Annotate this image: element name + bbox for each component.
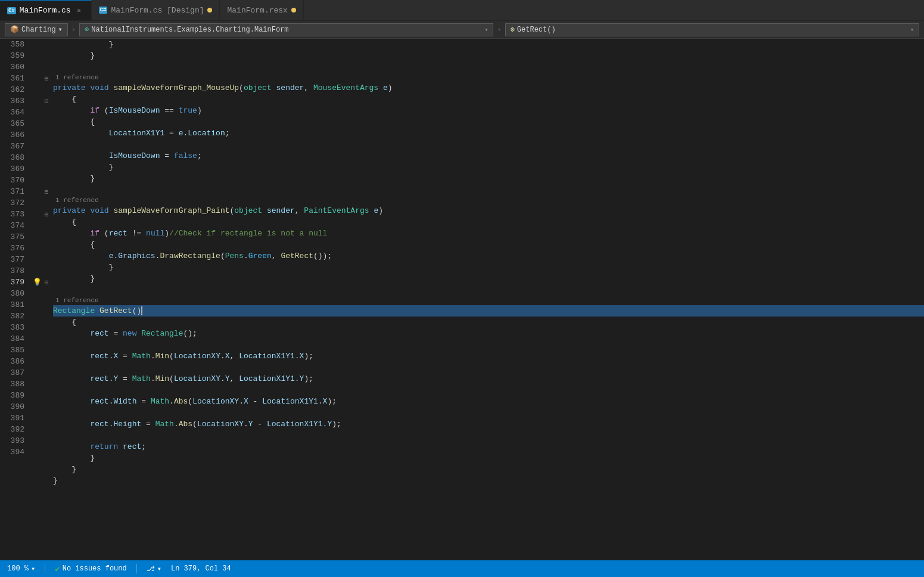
method-icon: ⚙ [511, 25, 515, 34]
fold-button[interactable]: ⊟ [42, 277, 51, 288]
fold-button[interactable]: ⊟ [42, 209, 51, 220]
line-number: 392 [0, 424, 28, 435]
indicator-dot [33, 175, 41, 186]
code-text: } [53, 173, 95, 184]
cursor-pos: Ln 379, Col 34 [171, 564, 231, 573]
indicator-dot [33, 435, 41, 446]
line-number: 368 [0, 152, 28, 163]
code-text: rect.X = Math.Min(LocationXY.X, Location… [53, 350, 313, 362]
code-text: rect.Width = Math.Abs(LocationXY.X - Loc… [53, 396, 337, 407]
indicator-dot [33, 311, 41, 322]
project-selector[interactable]: 📦 Charting ▾ [5, 23, 68, 36]
line-number: 391 [0, 412, 28, 424]
fold-button [42, 333, 51, 345]
line-number: 387 [0, 367, 28, 379]
line-number: 379 [0, 277, 28, 288]
line-number: 377 [0, 254, 28, 265]
line-number: 394 [0, 446, 28, 458]
line-number: 381 [0, 299, 28, 311]
zoom-label: 100 % [7, 564, 29, 573]
collapse-icon[interactable]: ⊟ [45, 97, 49, 105]
tab-bar: C# MainForm.cs ✕ C# MainForm.cs [Design]… [0, 0, 924, 21]
issues-indicator[interactable]: ✔ No issues found [55, 564, 126, 574]
nav-sep2: › [496, 26, 502, 34]
project-name: Charting [21, 26, 56, 34]
collapse-icon[interactable]: ⊟ [45, 188, 49, 196]
code-text: IsMouseDown = false; [53, 150, 202, 162]
code-line: rect.Height = Math.Abs(LocationXY.Y - Lo… [53, 418, 924, 430]
fold-button [42, 288, 51, 299]
tab-mainform-design[interactable]: C# MainForm.cs [Design] [92, 0, 220, 20]
zoom-control[interactable]: 100 % ▾ [7, 564, 35, 573]
indicator-dot: 💡 [33, 277, 41, 288]
line-number: 358 [0, 39, 28, 50]
fold-button [42, 163, 51, 175]
method-chevron: ▾ [910, 26, 914, 33]
reference-hint: 1 reference [53, 296, 924, 305]
fold-button [42, 401, 51, 412]
line-number: 380 [0, 288, 28, 299]
line-number: 390 [0, 401, 28, 412]
code-line [53, 61, 924, 73]
status-divider-1 [45, 564, 45, 573]
modified-dot [207, 8, 212, 13]
tab-label: MainForm.cs [20, 6, 71, 15]
collapse-icon[interactable]: ⊟ [45, 278, 49, 286]
indicator-dot [33, 163, 41, 175]
code-text: { [53, 94, 76, 105]
fold-button[interactable]: ⊟ [42, 73, 51, 84]
line-number: 359 [0, 50, 28, 61]
code-line: rect.Width = Math.Abs(LocationXY.X - Loc… [53, 396, 924, 407]
code-content[interactable]: } }1 referenceprivate void sampleWavefor… [51, 39, 924, 560]
indicator-dot [33, 231, 41, 243]
fold-column[interactable]: ⊟⊟⊟⊟⊟ [42, 39, 51, 560]
indicator-dot [33, 186, 41, 197]
zoom-chevron: ▾ [31, 564, 35, 573]
line-number: 369 [0, 163, 28, 175]
class-selector[interactable]: ⊙ NationalInstruments.Examples.Charting.… [79, 23, 493, 36]
code-line: { [53, 116, 924, 128]
method-name: GetRect() [517, 26, 556, 34]
method-selector[interactable]: ⚙ GetRect() ▾ [505, 23, 919, 36]
fold-button [42, 50, 51, 61]
branch-indicator[interactable]: ⎇ ▾ [147, 564, 161, 573]
collapse-icon[interactable]: ⊟ [45, 210, 49, 218]
code-editor[interactable]: 3583593603613623633643653663673683693703… [0, 39, 924, 560]
tab-close-button[interactable]: ✕ [74, 6, 84, 15]
code-line: LocationX1Y1 = e.Location; [53, 128, 924, 139]
line-number: 389 [0, 390, 28, 401]
code-line: private void sampleWaveformGraph_Paint(o… [53, 205, 924, 216]
code-text: } [53, 50, 95, 61]
code-text: private void sampleWaveformGraph_MouseUp… [53, 82, 393, 94]
code-line: { [53, 94, 924, 105]
code-text: } [53, 162, 113, 173]
indicator-dot [33, 152, 41, 163]
code-text: if (rect != null)//Check if rectangle is… [53, 228, 327, 239]
indicator-column: 💡 [33, 39, 42, 560]
indicator-dot [33, 95, 41, 107]
line-number: 370 [0, 175, 28, 186]
code-line: { [53, 216, 924, 228]
line-number: 382 [0, 311, 28, 322]
cursor-line: Ln 379, Col 34 [171, 564, 231, 573]
line-number: 371 [0, 186, 28, 197]
code-line [53, 362, 924, 373]
fold-button [42, 412, 51, 424]
fold-button [42, 61, 51, 73]
fold-button [42, 322, 51, 333]
project-icon: 📦 [10, 25, 19, 34]
tab-mainform-cs[interactable]: C# MainForm.cs ✕ [0, 0, 92, 20]
code-line: } [53, 452, 924, 464]
indicator-dot [33, 107, 41, 118]
line-number: 372 [0, 197, 28, 209]
fold-button[interactable]: ⊟ [42, 186, 51, 197]
fold-button[interactable]: ⊟ [42, 95, 51, 107]
line-number: 360 [0, 61, 28, 73]
code-text: { [53, 239, 95, 250]
tab-mainform-resx[interactable]: MainForm.resx [220, 0, 303, 20]
lightbulb-icon[interactable]: 💡 [33, 278, 42, 287]
code-text [53, 407, 90, 418]
indicator-dot [33, 345, 41, 356]
status-bar: 100 % ▾ ✔ No issues found ⎇ ▾ Ln 379, Co… [0, 560, 924, 577]
collapse-icon[interactable]: ⊟ [45, 75, 49, 82]
